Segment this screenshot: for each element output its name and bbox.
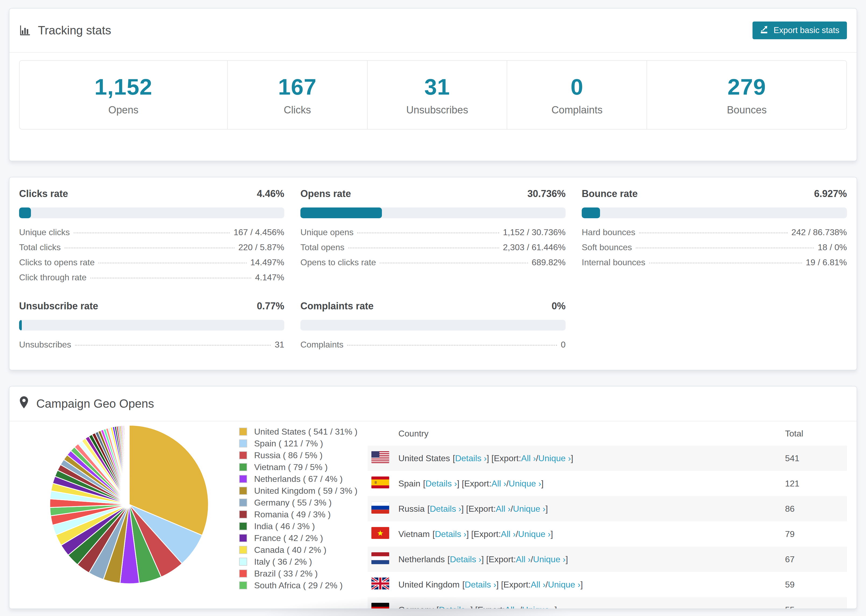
dotted-leader xyxy=(357,233,499,233)
legend-item[interactable]: Canada ( 40 / 2% ) xyxy=(239,544,357,556)
legend-item[interactable]: Russia ( 86 / 5% ) xyxy=(239,449,357,461)
campaign-geo-opens-card: Campaign Geo Opens United States ( 541 /… xyxy=(9,386,857,609)
legend-swatch xyxy=(239,487,247,495)
country-total: 79 xyxy=(785,529,847,539)
legend-swatch xyxy=(239,558,247,566)
export-all-link[interactable]: All › xyxy=(516,555,531,564)
tracking-stats-title: Tracking stats xyxy=(19,24,111,37)
export-unique-link[interactable]: Unique › xyxy=(513,504,545,514)
summary-box: 167 Clicks xyxy=(228,61,368,129)
geo-body: United States ( 541 / 31% ) Spain ( 121 … xyxy=(9,421,857,609)
rate-progress-track xyxy=(19,320,284,331)
legend-label: Romania ( 49 / 3% ) xyxy=(254,509,331,520)
rate-row-value: 14.497% xyxy=(250,258,284,267)
rate-title: Clicks rate xyxy=(19,188,68,200)
details-link[interactable]: Details › xyxy=(425,479,457,489)
legend-item[interactable]: Romania ( 49 / 3% ) xyxy=(239,509,357,520)
country-total: 541 xyxy=(785,453,847,464)
legend-swatch xyxy=(239,522,247,530)
rate-panel: Complaints rate 0% Complaints 0 xyxy=(301,300,565,355)
export-basic-stats-button[interactable]: Export basic stats xyxy=(753,22,847,39)
legend-item[interactable]: India ( 46 / 3% ) xyxy=(239,520,357,532)
geo-pie-chart[interactable] xyxy=(47,423,211,588)
rate-percent: 30.736% xyxy=(527,188,565,200)
rate-percent: 0.77% xyxy=(257,300,284,312)
dotted-leader xyxy=(65,248,235,248)
export-unique-link[interactable]: Unique › xyxy=(522,605,554,609)
geo-legend: United States ( 541 / 31% ) Spain ( 121 … xyxy=(239,426,357,591)
details-link[interactable]: Details › xyxy=(450,555,482,564)
legend-label: South Africa ( 29 / 2% ) xyxy=(254,580,343,591)
dotted-leader xyxy=(649,262,802,263)
legend-item[interactable]: France ( 42 / 2% ) xyxy=(239,532,357,544)
export-all-link[interactable]: All › xyxy=(491,479,506,489)
country-name: United States xyxy=(398,453,450,464)
legend-item[interactable]: Spain ( 121 / 7% ) xyxy=(239,438,357,449)
dotted-leader xyxy=(348,248,499,248)
export-all-link[interactable]: All › xyxy=(501,529,516,539)
country-flag-icon xyxy=(372,603,398,609)
details-link[interactable]: Details › xyxy=(455,453,487,464)
rate-detail-row: Total opens 2,303 / 61.446% xyxy=(301,242,565,258)
legend-item[interactable]: Germany ( 55 / 3% ) xyxy=(239,497,357,509)
export-all-link[interactable]: All › xyxy=(531,580,545,590)
legend-swatch xyxy=(239,439,247,448)
country-flag-icon xyxy=(372,527,398,541)
rate-row-label: Unique opens xyxy=(301,227,353,237)
rate-row-value: 18 / 0% xyxy=(817,242,847,252)
legend-swatch xyxy=(239,463,247,471)
dotted-leader xyxy=(98,262,247,263)
legend-label: Russia ( 86 / 5% ) xyxy=(254,451,323,460)
summary-value: 279 xyxy=(727,74,766,100)
rate-row-label: Total opens xyxy=(301,242,345,252)
legend-item[interactable]: Italy ( 36 / 2% ) xyxy=(239,556,357,567)
rate-panel: Bounce rate 6.927% Hard bounces 242 / 86… xyxy=(582,188,847,288)
legend-item[interactable]: United Kingdom ( 59 / 3% ) xyxy=(239,485,357,497)
rate-panel: Clicks rate 4.46% Unique clicks 167 / 4.… xyxy=(19,188,284,288)
export-all-link[interactable]: All › xyxy=(521,453,536,464)
rate-detail-row: Unique opens 1,152 / 30.736% xyxy=(301,227,565,242)
legend-item[interactable]: Vietnam ( 79 / 5% ) xyxy=(239,461,357,473)
legend-item[interactable]: Netherlands ( 67 / 4% ) xyxy=(239,473,357,485)
country-total: 121 xyxy=(785,479,847,489)
dotted-leader xyxy=(639,233,787,233)
country-total: 59 xyxy=(785,580,847,590)
legend-swatch xyxy=(239,581,247,589)
rate-progress-track xyxy=(19,207,284,218)
rate-progress-fill xyxy=(19,207,31,218)
legend-item[interactable]: United States ( 541 / 31% ) xyxy=(239,426,357,438)
dotted-leader xyxy=(636,248,814,248)
rate-title: Unsubscribe rate xyxy=(19,300,98,312)
country-name: United Kingdom xyxy=(398,580,460,590)
legend-item[interactable]: Brazil ( 33 / 2% ) xyxy=(239,567,357,580)
details-link[interactable]: Details › xyxy=(430,504,461,514)
rate-row-label: Clicks to opens rate xyxy=(19,258,94,267)
pie-svg[interactable] xyxy=(47,423,211,586)
details-link[interactable]: Details › xyxy=(435,529,466,539)
legend-item[interactable]: South Africa ( 29 / 2% ) xyxy=(239,580,357,591)
export-all-link[interactable]: All › xyxy=(496,504,510,514)
export-unique-link[interactable]: Unique › xyxy=(509,479,541,489)
legend-label: India ( 46 / 3% ) xyxy=(254,522,315,531)
country-flag-icon xyxy=(372,451,398,465)
details-link[interactable]: Details › xyxy=(439,605,471,609)
rate-title: Bounce rate xyxy=(582,188,638,200)
rate-title: Complaints rate xyxy=(301,300,373,312)
rate-progress-track xyxy=(301,207,565,218)
export-unique-link[interactable]: Unique › xyxy=(538,453,571,464)
table-row: Vietnam [Details ›] [Export: All › / Uni… xyxy=(368,522,847,547)
details-link[interactable]: Details › xyxy=(465,580,496,590)
country-flag-icon xyxy=(372,578,398,592)
country-total: 55 xyxy=(785,605,847,609)
country-name: Germany xyxy=(398,605,434,609)
summary-box: 31 Unsubscribes xyxy=(368,61,507,129)
country-flag-icon xyxy=(372,476,398,490)
legend-label: Italy ( 36 / 2% ) xyxy=(254,557,312,567)
export-unique-link[interactable]: Unique › xyxy=(548,580,580,590)
rate-title: Opens rate xyxy=(301,188,351,200)
export-all-link[interactable]: All › xyxy=(505,605,520,609)
export-unique-link[interactable]: Unique › xyxy=(533,555,565,564)
summary-box: 0 Complaints xyxy=(507,61,647,129)
export-unique-link[interactable]: Unique › xyxy=(518,529,551,539)
legend-label: Netherlands ( 67 / 4% ) xyxy=(254,474,343,484)
